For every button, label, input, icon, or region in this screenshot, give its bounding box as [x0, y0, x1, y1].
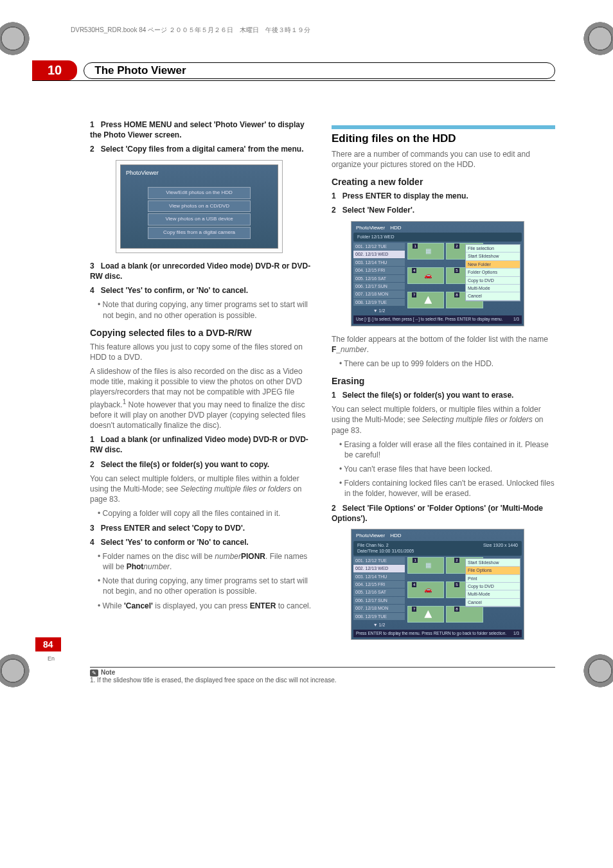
- menu-item: Copy to DVD: [466, 583, 520, 590]
- ss2-row: 005. 12/16 SAT: [353, 275, 405, 282]
- corner-disc-bl: [0, 651, 32, 690]
- note-label: Note: [101, 669, 115, 676]
- ss3-bar1: PhotoViewer: [356, 533, 385, 540]
- l-b4b1-it: number: [215, 552, 241, 561]
- ss2-row: 001. 12/12 TUE: [353, 243, 405, 250]
- thumb-icon: 4🚗: [407, 267, 444, 284]
- l-b4b2: Note that during copying, any timer prog…: [103, 576, 308, 596]
- ss2-sub: Folder 12/13 WED: [353, 233, 522, 241]
- r-s2: Select 'New Folder'.: [342, 206, 414, 215]
- ss3-foot: Press ENTER to display the menu. Press R…: [356, 631, 506, 637]
- ss3-row: 006. 12/17 SUN: [353, 597, 405, 604]
- thumb-icon: 8: [446, 606, 483, 623]
- ss2-bar1: PhotoViewer: [356, 225, 385, 232]
- thumb-icon: 7: [407, 292, 444, 308]
- r-afterss2-it: number: [341, 345, 367, 354]
- r-e1: Select the file(s) or folder(s) you want…: [342, 391, 514, 400]
- context-menu: File selection Start Slideshow New Folde…: [465, 244, 520, 301]
- ss3-row: 005. 12/16 SAT: [353, 589, 405, 596]
- screenshot-file-options: PhotoViewerHDD File Chan No. 2 Date/Time…: [351, 529, 524, 640]
- menu-item: Multi-Mode: [466, 285, 520, 292]
- ss2-row: 007. 12/18 MON: [353, 290, 405, 297]
- ss1-title: PhotoViewer: [123, 168, 275, 178]
- l-b4b3-mid: is displayed, you can press: [153, 601, 250, 610]
- menu-item: File selection: [466, 245, 520, 252]
- r-eb1: Erasing a folder will erase all the file…: [344, 440, 549, 459]
- ss3-row: 004. 12/15 FRI: [353, 581, 405, 588]
- l-b4b3-post: to cancel.: [276, 601, 311, 610]
- chapter-title: The Photo Viewer: [91, 64, 186, 77]
- r-eb2: You can't erase files that have been loc…: [344, 465, 492, 474]
- l-s4b: Select 'Yes' to conform or 'No' to cance…: [101, 538, 249, 547]
- ss3-sub-r: Size 1920 x 1440: [483, 542, 518, 554]
- note-text: 1. If the slideshow title is erased, the…: [90, 677, 337, 684]
- right-column: Editing files on the HDD There are a num…: [332, 120, 555, 648]
- r-e2: Select 'File Options' or 'Folder Options…: [332, 504, 543, 523]
- r-afterss2-pre: The folder appears at the bottom of the …: [332, 335, 548, 344]
- context-menu: Start Slideshow File Options Print Copy …: [465, 558, 520, 608]
- l-b4b1-pre: Folder names on the disc will be: [103, 552, 215, 561]
- menu-item: Print: [466, 575, 520, 583]
- menu-item: Cancel: [466, 599, 520, 607]
- r-intro: There are a number of commands you can u…: [332, 149, 555, 170]
- r-eb3: Folders containing locked files can't be…: [344, 479, 555, 498]
- ss2-row: 002. 12/13 WED: [353, 251, 405, 258]
- l-s4-bullet: Note that during copying, any timer prog…: [103, 300, 308, 319]
- l-p2b-it: Selecting multiple files or folders: [181, 484, 291, 493]
- menu-item: Start Slideshow: [466, 559, 520, 567]
- ss3-row: 003. 12/14 THU: [353, 573, 405, 580]
- heading-editing-files: Editing files on the HDD: [332, 127, 555, 146]
- l-s2b: Select the file(s) or folder(s) you want…: [101, 460, 269, 469]
- l-s1b: Load a blank (or unfinalized Video mode)…: [90, 435, 308, 454]
- heading-erasing: Erasing: [332, 375, 555, 387]
- chapter-bar: 10 The Photo Viewer: [32, 60, 555, 81]
- corner-disc-tl: [0, 19, 32, 58]
- screenshot-new-folder: PhotoViewerHDD Folder 12/13 WED 001. 12/…: [351, 221, 524, 326]
- ss2-row: 006. 12/17 SUN: [353, 283, 405, 290]
- chapter-number: 10: [32, 60, 77, 80]
- menu-item: Folder Options: [466, 269, 520, 276]
- thumb-icon: 1▦: [407, 557, 444, 574]
- ss1-item: View photos on a CD/DVD: [148, 200, 251, 213]
- thumb-icon: 4🚗: [407, 581, 444, 598]
- r-s1: Press ENTER to display the menu.: [342, 191, 468, 200]
- l-step3: Load a blank (or unrecorded Video mode) …: [90, 261, 310, 281]
- corner-disc-tr: [581, 19, 613, 58]
- ss1-item: Copy files from a digital camera: [148, 227, 251, 239]
- l-step4: Select 'Yes' to confirm, or 'No' to canc…: [101, 286, 248, 295]
- ss3-sub-l2: Date/Time 10:00 31/01/2005: [357, 548, 414, 554]
- ss2-row: 004. 12/15 FRI: [353, 267, 405, 274]
- ss2-foot: Use [↑][↓] to select, then press [→] to …: [356, 317, 502, 323]
- l-b4b3-bold2: ENTER: [250, 601, 276, 610]
- ss3-row: 001. 12/12 TUE: [353, 557, 405, 564]
- menu-item: Copy to DVD: [466, 277, 520, 285]
- heading-creating-folder: Creating a new folder: [332, 176, 555, 188]
- warning-icon: [424, 610, 432, 618]
- ss3-bar2: HDD: [390, 533, 401, 540]
- ss3-row: 002. 12/13 WED: [353, 565, 405, 572]
- l-b4b1-bold2: Phot: [127, 562, 144, 571]
- menu-item-selected: New Folder: [466, 261, 520, 269]
- ss1-item: View/Edit photos on the HDD: [148, 187, 251, 199]
- l-s3b: Press ENTER and select 'Copy to DVD'.: [101, 524, 245, 533]
- ss3-row: 007. 12/18 MON: [353, 605, 405, 612]
- ss3-pager-r: 1/3: [513, 631, 519, 637]
- book-header-line: DVR530HS_RDR.book 84 ページ ２００５年５月２６日 木曜日 …: [71, 26, 581, 35]
- ss2-pager-r: 1/3: [513, 317, 519, 323]
- screenshot-photoviewer-menu: PhotoViewer View/Edit photos on the HDD …: [116, 160, 283, 253]
- ss1-item: View photos on a USB device: [148, 213, 251, 226]
- l-pa: This feature allows you just to copy som…: [90, 342, 314, 362]
- l-b4b3-pre: While: [103, 601, 124, 610]
- ss2-row: 003. 12/14 THU: [353, 259, 405, 266]
- page-number: 84: [35, 637, 61, 651]
- l-step1: Press HOME MENU and select 'Photo Viewer…: [90, 120, 305, 139]
- ss2-pager-l: 1/2: [379, 308, 386, 313]
- r-afterss2-bold: F_: [332, 345, 341, 354]
- menu-item-selected: File Options: [466, 567, 520, 574]
- ss2-row: 008. 12/19 TUE: [353, 299, 405, 306]
- menu-item: Multi-Mode: [466, 590, 520, 598]
- note-icon: ✎: [90, 669, 98, 677]
- l-b4b1-bold: PIONR: [241, 552, 265, 561]
- warning-icon: [424, 296, 432, 304]
- r-e1p-it: Selecting multiple files or folders: [422, 415, 533, 424]
